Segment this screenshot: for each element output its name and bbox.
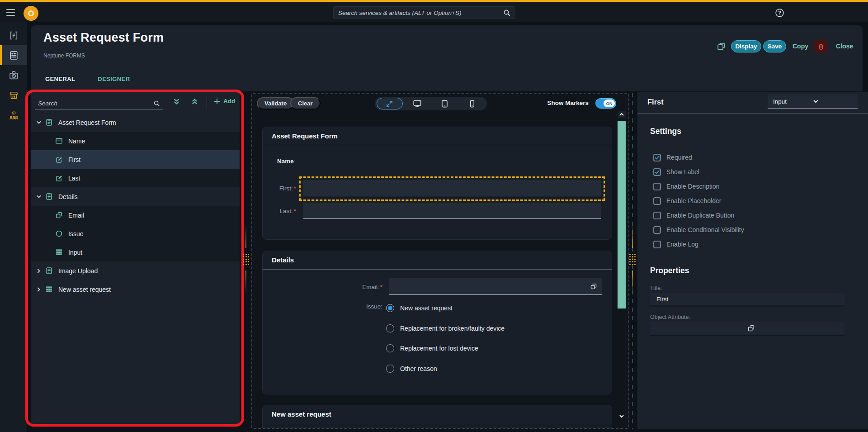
checkbox-icon[interactable] — [653, 183, 661, 190]
tree-item-details[interactable]: Details — [31, 187, 240, 206]
tree-item-new-asset-request[interactable]: New asset request — [31, 280, 240, 299]
search-icon[interactable] — [503, 9, 510, 16]
left-splitter-handle[interactable] — [243, 249, 249, 270]
chevron-right-icon[interactable] — [35, 287, 42, 292]
checkbox-icon[interactable] — [653, 197, 661, 205]
scroll-down-icon[interactable] — [618, 413, 626, 420]
object-attribute-input[interactable] — [650, 322, 844, 335]
selected-element-title: First — [647, 98, 664, 106]
right-splitter-handle[interactable] — [629, 249, 636, 270]
chevron-down-icon[interactable] — [35, 120, 42, 125]
setting-label: Enable Description — [666, 183, 720, 190]
tree-item-image-upload[interactable]: Image Upload — [31, 261, 240, 280]
radio-icon[interactable] — [386, 324, 394, 332]
global-search-input[interactable] — [338, 9, 503, 16]
setting-enable-description[interactable]: Enable Description — [653, 179, 744, 194]
scroll-up-icon[interactable] — [618, 111, 626, 118]
checkbox-icon[interactable] — [653, 241, 661, 248]
last-input[interactable] — [303, 203, 601, 219]
element-type-select[interactable]: Input — [768, 95, 858, 109]
divider — [263, 269, 612, 270]
tree-item-name[interactable]: Name — [31, 132, 240, 150]
chevron-down-icon[interactable] — [35, 194, 42, 199]
clear-button[interactable]: Clear — [290, 97, 321, 109]
radio-option-label: Replacement for broken/faulty device — [400, 325, 505, 332]
scrollbar-thumb[interactable] — [618, 121, 626, 309]
rail-item-script[interactable] — [0, 25, 27, 45]
help-icon[interactable]: ? — [775, 8, 784, 18]
add-element-button[interactable]: Add — [214, 98, 235, 104]
setting-enable-duplicate-button[interactable]: Enable Duplicate Button — [653, 208, 744, 223]
setting-enable-log[interactable]: Enable Log — [653, 237, 744, 252]
hamburger-menu-icon[interactable] — [6, 9, 15, 16]
radio-icon[interactable] — [386, 304, 394, 312]
field-label-issue: Issue: — [263, 303, 382, 310]
tree-item-issue[interactable]: Issue — [31, 224, 240, 243]
setting-enable-conditional-visibility[interactable]: Enable Conditional Visibility — [653, 223, 744, 237]
tree-search-input[interactable] — [38, 100, 153, 107]
tab-designer[interactable]: DESIGNER — [96, 73, 132, 85]
top-bar: ? — [0, 0, 868, 22]
setting-enable-placeholder[interactable]: Enable Placeholder — [653, 194, 744, 208]
radio-icon[interactable] — [386, 365, 394, 373]
tree-item-last[interactable]: Last — [31, 169, 240, 187]
duplicate-icon[interactable] — [717, 42, 726, 51]
first-input[interactable] — [303, 180, 601, 197]
checkbox-icon[interactable] — [653, 154, 661, 161]
tab-general[interactable]: GENERAL — [43, 73, 77, 85]
tree-item-label: New asset request — [58, 286, 111, 293]
neptune-logo[interactable] — [24, 6, 38, 21]
global-search — [333, 6, 515, 19]
tree-item-label: Last — [68, 175, 80, 182]
collapse-all-icon[interactable] — [191, 98, 198, 105]
email-input[interactable] — [389, 278, 602, 295]
section-title: Details — [272, 256, 294, 264]
show-markers-toggle[interactable]: ON — [595, 98, 616, 109]
value-help-icon[interactable] — [747, 324, 838, 332]
radio-option-replacement-for-broken-faulty-device[interactable]: Replacement for broken/faulty device — [386, 318, 505, 339]
rail-item-org[interactable] — [0, 105, 27, 125]
field-label-first: First:* — [263, 185, 296, 192]
element-tree-panel: Add Asset Request FormNameFirstLastDetai… — [31, 92, 240, 425]
radio-icon[interactable] — [386, 344, 394, 352]
title-input[interactable]: First — [650, 293, 844, 306]
radio-option-new-asset-request[interactable]: New asset request — [386, 298, 505, 318]
radio-option-other-reason[interactable]: Other reason — [386, 359, 505, 379]
rail-item-store[interactable] — [0, 85, 27, 105]
validate-button[interactable]: Validate — [257, 97, 294, 109]
search-icon[interactable] — [153, 100, 160, 107]
tree-item-email[interactable]: Email — [31, 206, 240, 224]
display-button[interactable]: Display — [731, 40, 761, 52]
checkbox-icon[interactable] — [653, 212, 661, 219]
rail-item-forms[interactable] — [0, 45, 27, 65]
org-icon — [9, 110, 19, 120]
object-attribute-label: Object Attribute: — [650, 314, 690, 320]
tablet-preview-button[interactable] — [432, 98, 458, 109]
phone-preview-button[interactable] — [459, 98, 486, 109]
save-button[interactable]: Save — [763, 40, 786, 52]
input-edit-icon — [55, 174, 63, 182]
rail-item-planner[interactable] — [0, 65, 27, 85]
fit-width-button[interactable] — [377, 98, 403, 109]
tree-item-input[interactable]: Input — [31, 243, 240, 261]
section-title: New asset request — [272, 410, 331, 418]
issue-radio-group: New asset requestReplacement for broken/… — [386, 298, 505, 379]
tree-item-asset-request-form[interactable]: Asset Request Form — [31, 113, 240, 132]
delete-button[interactable] — [814, 40, 827, 53]
expand-all-icon[interactable] — [173, 98, 180, 105]
setting-required[interactable]: Required — [653, 150, 744, 165]
copy-button[interactable]: Copy — [793, 43, 808, 50]
checkbox-icon[interactable] — [653, 168, 661, 176]
tree-item-first[interactable]: First — [31, 150, 240, 169]
tree-item-label: Name — [68, 138, 85, 145]
desktop-preview-button[interactable] — [404, 98, 430, 109]
properties-heading: Properties — [650, 266, 689, 275]
setting-show-label[interactable]: Show Label — [653, 165, 744, 179]
tree-item-label: Input — [68, 249, 82, 256]
value-help-icon[interactable] — [590, 283, 597, 290]
radio-option-replacement-for-lost-device[interactable]: Replacement for lost device — [386, 338, 505, 359]
chevron-right-icon[interactable] — [35, 268, 42, 274]
divider — [207, 97, 207, 109]
close-button[interactable]: Close — [836, 43, 853, 50]
checkbox-icon[interactable] — [653, 226, 661, 234]
